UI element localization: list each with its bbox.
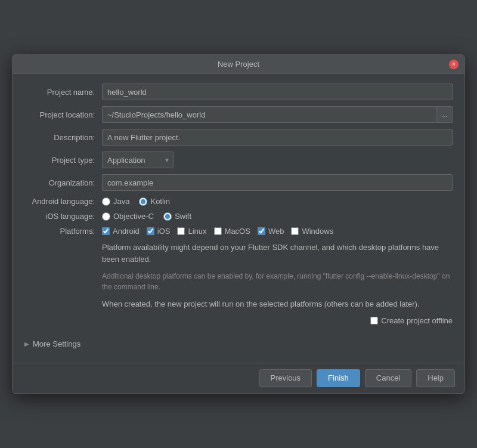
description-input[interactable] xyxy=(102,129,453,146)
description-label: Description: xyxy=(24,133,102,142)
ios-objc-radio[interactable] xyxy=(102,212,110,221)
info-gray-section: Additional desktop platforms can be enab… xyxy=(102,271,453,292)
create-offline-label: Create project offline xyxy=(381,316,453,325)
platforms-row: Platforms: Android iOS Linux MacOS xyxy=(24,227,453,236)
platform-ios[interactable]: iOS xyxy=(147,227,171,236)
platform-windows-checkbox[interactable] xyxy=(291,227,299,235)
platform-linux-label: Linux xyxy=(188,227,206,236)
ios-swift-label: Swift xyxy=(175,212,191,221)
android-language-group: Java Kotlin xyxy=(102,197,453,206)
project-name-row: Project name: xyxy=(24,84,453,100)
ios-language-label: iOS language: xyxy=(24,212,102,221)
android-java-label: Java xyxy=(113,197,129,206)
help-button[interactable]: Help xyxy=(416,369,455,387)
dialog-title: New Project xyxy=(218,60,259,69)
offline-row: Create project offline xyxy=(24,316,453,325)
platform-android-label: Android xyxy=(113,227,140,236)
ios-language-group: Objective-C Swift xyxy=(102,212,453,221)
project-type-wrapper: Application Plugin Package Module ▼ xyxy=(102,152,174,168)
project-location-wrapper: ... xyxy=(102,106,453,123)
more-settings-arrow-icon: ▶ xyxy=(24,341,29,347)
platform-linux-checkbox[interactable] xyxy=(177,227,185,235)
project-name-input[interactable] xyxy=(102,84,453,100)
platform-android-checkbox[interactable] xyxy=(102,227,110,235)
platforms-label: Platforms: xyxy=(24,227,102,236)
project-type-row: Project type: Application Plugin Package… xyxy=(24,152,453,168)
previous-button[interactable]: Previous xyxy=(259,369,312,387)
info-normal-section: When created, the new project will run o… xyxy=(102,298,453,310)
platforms-group: Android iOS Linux MacOS Web xyxy=(102,227,453,236)
dialog-content: Project name: Project location: ... Desc… xyxy=(13,74,464,363)
android-language-row: Android language: Java Kotlin xyxy=(24,197,453,206)
platform-android[interactable]: Android xyxy=(102,227,140,236)
project-location-label: Project location: xyxy=(24,110,102,119)
organization-label: Organization: xyxy=(24,178,102,187)
new-project-dialog: New Project × Project name: Project loca… xyxy=(12,54,465,394)
info-normal-text: When created, the new project will run o… xyxy=(102,298,453,310)
project-location-input[interactable] xyxy=(102,106,436,123)
android-kotlin-option[interactable]: Kotlin xyxy=(139,197,170,206)
project-type-select[interactable]: Application Plugin Package Module xyxy=(102,152,174,168)
platform-linux[interactable]: Linux xyxy=(177,227,206,236)
create-offline-checkbox[interactable] xyxy=(370,317,378,325)
cancel-button[interactable]: Cancel xyxy=(365,369,411,387)
info-gray-text: Additional desktop platforms can be enab… xyxy=(102,271,453,292)
more-settings-label: More Settings xyxy=(33,339,80,348)
organization-row: Organization: xyxy=(24,174,453,191)
ios-language-row: iOS language: Objective-C Swift xyxy=(24,212,453,221)
browse-button[interactable]: ... xyxy=(436,106,453,123)
info-bold-text: Platform availability might depend on yo… xyxy=(102,242,453,265)
ios-objc-option[interactable]: Objective-C xyxy=(102,212,154,221)
platform-ios-checkbox[interactable] xyxy=(147,227,154,235)
title-bar: New Project × xyxy=(13,55,464,74)
platform-macos-label: MacOS xyxy=(225,227,250,236)
ios-swift-option[interactable]: Swift xyxy=(163,212,191,221)
platform-ios-label: iOS xyxy=(157,227,171,236)
finish-button[interactable]: Finish xyxy=(317,369,360,387)
description-row: Description: xyxy=(24,129,453,146)
ios-swift-radio[interactable] xyxy=(163,212,172,221)
platform-windows[interactable]: Windows xyxy=(291,227,333,236)
organization-input[interactable] xyxy=(102,174,453,191)
platform-windows-label: Windows xyxy=(302,227,333,236)
project-type-label: Project type: xyxy=(24,156,102,165)
dialog-footer: Previous Finish Cancel Help xyxy=(13,363,464,393)
android-java-option[interactable]: Java xyxy=(102,197,129,206)
platform-web-label: Web xyxy=(268,227,284,236)
close-button[interactable]: × xyxy=(449,60,459,69)
ios-objc-label: Objective-C xyxy=(113,212,154,221)
project-name-label: Project name: xyxy=(24,88,102,97)
platform-web-checkbox[interactable] xyxy=(258,227,265,235)
platform-web[interactable]: Web xyxy=(258,227,284,236)
android-java-radio[interactable] xyxy=(102,197,110,206)
project-location-row: Project location: ... xyxy=(24,106,453,123)
info-bold-section: Platform availability might depend on yo… xyxy=(102,242,453,265)
android-language-label: Android language: xyxy=(24,197,102,206)
android-kotlin-radio[interactable] xyxy=(139,197,147,206)
platform-macos-checkbox[interactable] xyxy=(214,227,222,235)
android-kotlin-label: Kotlin xyxy=(150,197,170,206)
create-offline-option[interactable]: Create project offline xyxy=(370,316,453,325)
more-settings-toggle[interactable]: ▶ More Settings xyxy=(24,335,453,353)
platform-macos[interactable]: MacOS xyxy=(214,227,250,236)
